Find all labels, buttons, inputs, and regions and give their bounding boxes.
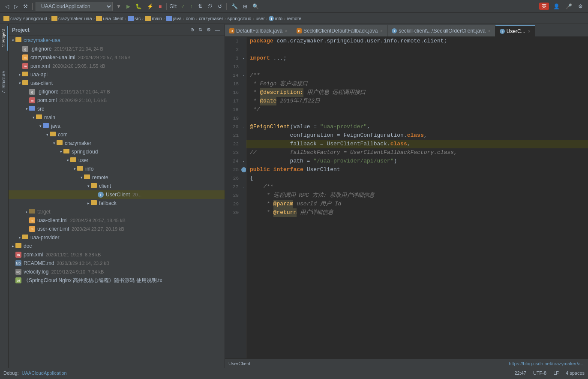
build-icon[interactable]: ⚒ — [21, 3, 30, 10]
structure-btn[interactable]: ⊞ — [241, 3, 249, 10]
tree-item-gitignore2[interactable]: g .gitignore 2019/12/17 21:04, 47 B — [9, 87, 225, 96]
tree-item-iml1[interactable]: m crazymaker-uaa.iml 2020/4/29 20:57, 4.… — [9, 53, 225, 62]
line-18: 18- — [225, 105, 246, 114]
sidebar-item-project[interactable]: 1: Project — [0, 26, 8, 51]
bc-crazy-springcloud[interactable]: crazy-springcloud — [3, 16, 47, 21]
tree-item-crazymaker-uaa[interactable]: crazymaker-uaa — [9, 36, 225, 45]
arrow-main — [31, 115, 36, 120]
tree-item-user[interactable]: user — [9, 156, 225, 165]
tree-item-user-client-iml[interactable]: m user-client.iml 2020/2/4 23:27, 20.19 … — [9, 225, 225, 233]
git-history-btn[interactable]: ⏱ — [206, 3, 214, 10]
git-revert-btn[interactable]: ↺ — [216, 3, 224, 10]
tab-close-seckillorderclient[interactable]: × — [488, 29, 491, 33]
tree-item-pom2[interactable]: m pom.xml 2020/2/9 21:10, 1.6 kB — [9, 96, 225, 105]
tab-close-defaultfallback[interactable]: × — [285, 29, 288, 33]
tree-item-com[interactable]: com — [9, 130, 225, 139]
tree-item-pom-root[interactable]: m pom.xml 2020/11/21 19:28, 8.38 kB — [9, 250, 225, 259]
arrow-doc — [10, 244, 15, 248]
tree-item-springcloud[interactable]: springcloud — [9, 147, 225, 156]
bc-user[interactable]: user — [255, 16, 264, 21]
tree-item-readme[interactable]: MD README.md 2020/3/29 10:14, 23.2 kB — [9, 259, 225, 268]
back-button[interactable]: ◁ — [3, 3, 11, 10]
label-crazymaker-uaa: crazymaker-uaa — [24, 37, 60, 43]
tree-item-client[interactable]: client — [9, 182, 225, 190]
label-springcloud: springcloud — [72, 149, 98, 155]
tree-item-userclient[interactable]: i UserClient 20... — [9, 190, 225, 199]
coverage-button[interactable]: ⚡ — [145, 3, 155, 10]
file-tree: crazymaker-uaa g .gitignore 2019/12/17 2… — [9, 36, 225, 368]
bc-crazymaker[interactable]: crazymaker — [199, 16, 223, 21]
tree-item-doc[interactable]: doc — [9, 242, 225, 250]
status-url: https://blog.csdn.net/crazymaker/a... — [509, 361, 585, 366]
code-content[interactable]: package com.crazymaker.springcloud.user.… — [246, 37, 588, 358]
settings-btn[interactable]: ⚙ — [576, 3, 585, 10]
tree-item-java[interactable]: java — [9, 122, 225, 130]
tree-item-uaa-provider[interactable]: uaa-provider — [9, 233, 225, 242]
tree-item-target[interactable]: target — [9, 208, 225, 216]
label-user: user — [78, 157, 88, 163]
tree-item-gitignore1[interactable]: g .gitignore 2019/12/17 21:04, 24 B — [9, 45, 225, 53]
bc-crazymaker-uaa[interactable]: crazymaker-uaa — [51, 16, 92, 21]
bc-info[interactable]: i info — [269, 16, 282, 21]
tree-item-main[interactable]: main — [9, 113, 225, 122]
tab-close-seckillclientdefaultfallback[interactable]: × — [380, 29, 383, 33]
stop-button[interactable]: ■ — [157, 3, 163, 10]
tab-seckillclientdefaultfallback[interactable]: C SeckillClientDefaultFallback.java × — [292, 25, 387, 36]
tab-close-userclient[interactable]: × — [528, 29, 531, 34]
bc-main[interactable]: main — [145, 16, 162, 21]
tree-item-remote[interactable]: remote — [9, 173, 225, 182]
locate-file-btn[interactable]: ⊕ — [189, 27, 195, 33]
git-commit-btn[interactable]: ✓ — [179, 3, 187, 10]
bc-remote[interactable]: remote — [287, 16, 301, 21]
tree-item-uaa-client-iml[interactable]: m uaa-client.iml 2020/4/29 20:57, 18.45 … — [9, 216, 225, 225]
tree-item-uaa-client[interactable]: uaa-client — [9, 79, 225, 87]
tab-seckillorderclient[interactable]: i seckill-client\...\SeckillOrderClient.… — [387, 25, 495, 36]
tab-userclient[interactable]: i UserC... × — [495, 25, 535, 36]
tree-item-book[interactable]: txt 《SpringCloud Nginx 高并发核心编程》随书源码 使用说明… — [9, 276, 225, 285]
bc-java[interactable]: java — [166, 16, 182, 21]
sidebar-item-structure[interactable]: 7: Structure — [0, 68, 8, 97]
tree-item-info[interactable]: info — [9, 165, 225, 173]
meta-gitignore1: 2019/12/17 21:04, 24 B — [54, 46, 103, 51]
tab-icon-java1: J — [229, 28, 234, 33]
tree-item-uaa-api[interactable]: uaa-api — [9, 70, 225, 79]
tree-item-velocity[interactable]: log velocity.log 2019/12/24 9:10, 7.34 k… — [9, 268, 225, 276]
tree-item-fallback[interactable]: fallback — [9, 199, 225, 208]
account-btn[interactable]: 👤 — [552, 3, 561, 10]
arrow-java — [38, 124, 43, 128]
label-book: 《SpringCloud Nginx 高并发核心编程》随书源码 使用说明.tx — [24, 277, 162, 284]
project-selector[interactable]: UAACloudApplication — [36, 2, 113, 11]
tree-item-crazymaker-pkg[interactable]: crazymaker — [9, 139, 225, 147]
git-push-btn[interactable]: ↑ — [189, 3, 195, 10]
arrow-client — [86, 184, 91, 188]
settings-tree-btn[interactable]: ⚙ — [205, 27, 212, 33]
bc-springcloud[interactable]: springcloud — [227, 16, 251, 21]
bc-src[interactable]: src — [128, 16, 141, 21]
debug-label: Debug: — [3, 370, 18, 376]
forward-button[interactable]: ▷ — [12, 3, 20, 10]
code-line-16: * @description: 用户信息 远程调用接口 — [246, 88, 588, 97]
bc-uaa-client[interactable]: uaa-client — [96, 16, 123, 21]
code-line-15: * Feign 客户端接口 — [246, 80, 588, 88]
code-line-21: configuration = FeignConfiguration.class… — [246, 131, 588, 140]
bc-com[interactable]: com — [186, 16, 195, 21]
tree-item-src[interactable]: src — [9, 105, 225, 113]
lang-switch[interactable]: 英 — [539, 3, 549, 10]
wrench-btn[interactable]: 🔧 — [230, 3, 240, 10]
git-label: Git: — [169, 3, 177, 9]
encoding-status: UTF-8 — [533, 370, 546, 376]
run-button[interactable]: ▶ — [125, 3, 132, 10]
dropdown-btn[interactable]: ▼ — [114, 3, 123, 10]
hide-panel-btn[interactable]: — — [214, 27, 221, 33]
git-fetch-btn[interactable]: ⇅ — [196, 3, 204, 10]
collapse-all-btn[interactable]: ⇅ — [197, 27, 204, 33]
mic-btn[interactable]: 🎤 — [564, 3, 574, 10]
arrow-springcloud — [58, 150, 63, 154]
tree-item-pom1[interactable]: m pom.xml 2020/2/20 15:05, 1.55 kB — [9, 62, 225, 70]
tab-defaultfallback[interactable]: J DefaultFallback.java × — [225, 25, 292, 36]
debug-run-button[interactable]: 🐛 — [134, 3, 144, 10]
label-target: target — [37, 209, 51, 215]
bc-java-icon — [166, 16, 172, 21]
search-btn[interactable]: 🔍 — [251, 3, 261, 10]
xml-icon-root: m — [15, 252, 21, 258]
